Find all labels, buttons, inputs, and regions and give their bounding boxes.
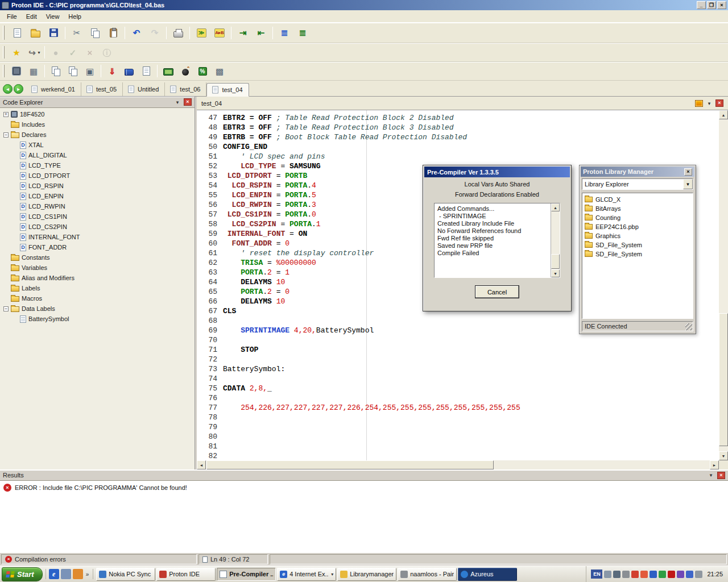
taskbar-button-librarymanager[interactable]: Librarymanager <box>337 568 396 581</box>
toolbar-grip[interactable] <box>3 65 5 77</box>
document-tab-test_06[interactable]: test_06 <box>165 82 206 96</box>
document-tab-test_05[interactable]: test_05 <box>81 82 123 96</box>
collapse-icon[interactable]: − <box>3 306 9 311</box>
internet-explorer-icon[interactable]: e <box>49 569 59 579</box>
toolbar-grip[interactable] <box>3 26 5 40</box>
start-button[interactable]: Start <box>2 567 43 581</box>
library-manager-titlebar[interactable]: Proton Library Manager × <box>581 167 694 177</box>
scroll-right-button[interactable]: ► <box>710 460 719 469</box>
taskbar-button-proton-ide[interactable]: Proton IDE <box>156 568 216 581</box>
menu-view[interactable]: View <box>42 11 64 22</box>
library-item-bitarrays[interactable]: BitArrays <box>584 204 692 213</box>
tree-item-lcd-cs2pin[interactable]: DLCD_CS2PIN <box>0 222 195 232</box>
tab-scroll-right-button[interactable]: ▸ <box>14 84 23 94</box>
minimize-button[interactable]: _ <box>697 1 706 9</box>
tree-item-alias-and-modifiers[interactable]: Alias and Modifiers <box>0 273 195 283</box>
new-window-button[interactable]: ▣ <box>82 64 98 78</box>
copy-code-button[interactable] <box>48 64 64 78</box>
library-manager-close-button[interactable]: × <box>684 168 692 176</box>
compile-program-button[interactable]: A▸B <box>211 25 228 41</box>
print-button[interactable] <box>169 25 187 41</box>
code-explorer-close-button[interactable]: × <box>184 98 192 106</box>
precompiler-dialog-titlebar[interactable]: Pre-Compiler Ver 1.3.3.5 <box>424 167 570 177</box>
log-scrollbar[interactable]: ▲ ▼ <box>551 203 560 277</box>
tree-item-lcd-rwpin[interactable]: DLCD_RWPIN <box>0 201 195 211</box>
taskbar-button-naamloos-paint[interactable]: naamloos - Paint <box>398 568 457 581</box>
cancel-button[interactable]: Cancel <box>475 285 519 298</box>
programmer-button[interactable] <box>195 64 210 78</box>
tree-item-declares[interactable]: −Declares <box>0 130 195 140</box>
tray-icon-keyboard[interactable] <box>613 571 621 578</box>
tree-item-font-addr[interactable]: DFONT_ADDR <box>0 242 195 252</box>
log-scroll-thumb[interactable] <box>551 254 560 269</box>
tree-item-lcd-enpin[interactable]: DLCD_ENPIN <box>0 191 195 201</box>
results-close-button[interactable]: × <box>717 472 725 479</box>
macro-info-button[interactable]: ⓘ <box>99 45 115 60</box>
resize-grip[interactable] <box>685 323 692 330</box>
cut-button[interactable]: ✂ <box>68 25 85 41</box>
media-player-icon[interactable] <box>73 569 83 579</box>
tray-icon-purple[interactable] <box>677 571 684 578</box>
editor-menu-button[interactable]: ▾ <box>705 99 713 107</box>
menu-help[interactable]: Help <box>64 11 86 22</box>
tree-item-all-digital[interactable]: DALL_DIGITAL <box>0 150 195 160</box>
blank-page-button[interactable] <box>138 64 154 78</box>
manual-button[interactable] <box>121 64 137 78</box>
library-item-sd-file-system[interactable]: SD_File_System <box>584 250 692 259</box>
tree-item-lcd-type[interactable]: DLCD_TYPE <box>0 160 195 171</box>
horizontal-scroll-thumb[interactable] <box>206 460 494 469</box>
close-button[interactable]: × <box>717 1 726 9</box>
scroll-down-button[interactable]: ▼ <box>719 451 728 460</box>
new-macro-button[interactable]: ★ <box>9 45 24 60</box>
tree-item-lcd-cs1pin[interactable]: DLCD_CS1PIN <box>0 211 195 222</box>
export-button[interactable]: ⇓ <box>104 64 120 78</box>
cancel-macro-button[interactable]: × <box>82 45 98 60</box>
bootloader-button[interactable] <box>177 64 193 78</box>
outdent-button[interactable]: ⇤ <box>253 25 270 41</box>
tray-icon-blue-1[interactable] <box>650 571 657 578</box>
tree-item-batterysymbol[interactable]: BatterySymbol <box>0 314 195 324</box>
run-macro-button[interactable]: ↪▾ <box>26 45 42 60</box>
tray-icon-green[interactable] <box>659 571 666 578</box>
quick-launch-overflow[interactable]: » <box>85 571 90 577</box>
tree-item-lcd-rspin[interactable]: DLCD_RSPIN <box>0 181 195 191</box>
taskbar-button-azureus[interactable]: Azureus <box>458 568 517 581</box>
expand-icon[interactable]: + <box>3 112 9 117</box>
plugin-button[interactable]: ▩ <box>212 64 228 78</box>
scroll-up-button[interactable]: ▲ <box>551 203 560 211</box>
new-button[interactable] <box>9 25 26 41</box>
record-macro-button[interactable]: ● <box>48 45 64 60</box>
glcd-simulator-button[interactable] <box>160 64 176 78</box>
language-indicator[interactable]: EN <box>591 569 602 579</box>
menu-file[interactable]: File <box>2 11 22 22</box>
window-layout-icon[interactable] <box>695 100 703 107</box>
vertical-scroll-thumb[interactable] <box>719 313 728 446</box>
clone-window-button[interactable] <box>65 64 81 78</box>
restore-button[interactable]: ❐ <box>707 1 716 9</box>
tray-icon-red-1[interactable] <box>631 571 639 578</box>
tree-item-data-labels[interactable]: −Data Labels <box>0 304 195 314</box>
document-tab-test_04[interactable]: test_04 <box>206 83 249 97</box>
tree-item-includes[interactable]: Includes <box>0 119 195 130</box>
library-item-counting[interactable]: Counting <box>584 213 692 222</box>
tray-icon-blue-2[interactable] <box>686 571 693 578</box>
compile-button[interactable]: ≫ <box>193 25 210 41</box>
taskbar-button-nokia-pc-sync-[interactable]: Nokia PC Sync -... <box>96 568 155 581</box>
scroll-down-button[interactable]: ▼ <box>551 269 560 277</box>
memory-usage-button[interactable]: ▦ <box>26 64 42 78</box>
device-selector-button[interactable] <box>9 64 24 78</box>
menu-edit[interactable]: Edit <box>22 11 42 22</box>
tree-item-macros[interactable]: Macros <box>0 293 195 304</box>
tree-item-18f4520[interactable]: +18F4520 <box>0 109 195 119</box>
view-explorer-button[interactable]: ≣ <box>294 25 311 41</box>
scroll-up-button[interactable]: ▲ <box>719 110 728 119</box>
document-tab-werkend_01[interactable]: werkend_01 <box>26 82 81 96</box>
tree-item-lcd-dtport[interactable]: DLCD_DTPORT <box>0 171 195 181</box>
taskbar-button-4-internet-ex-[interactable]: e4 Internet Ex...▾ <box>277 568 336 581</box>
view-results-button[interactable]: ≣ <box>276 25 293 41</box>
tree-item-labels[interactable]: Labels <box>0 283 195 293</box>
editor-horizontal-scrollbar[interactable]: ◄ ► <box>197 460 719 469</box>
save-button[interactable] <box>45 25 62 41</box>
tray-icon-gray[interactable] <box>695 571 702 578</box>
tree-item-variables[interactable]: Variables <box>0 263 195 273</box>
